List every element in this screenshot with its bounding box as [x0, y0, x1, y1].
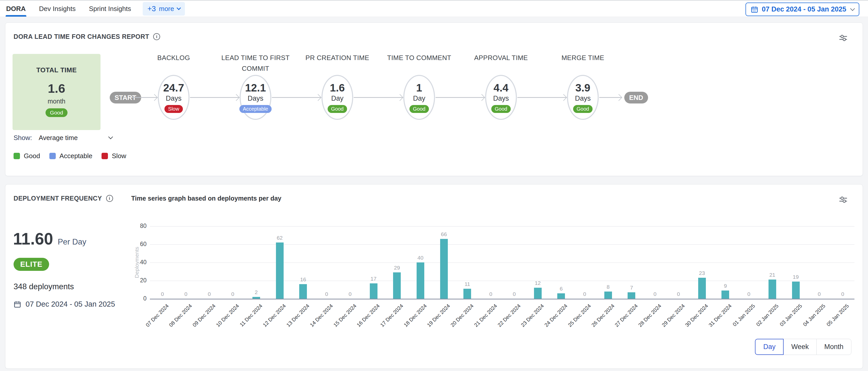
- deployment-bar[interactable]: [299, 284, 307, 299]
- x-tick-label: 09 Dec 2024: [191, 303, 217, 328]
- legend-swatch: [101, 153, 108, 159]
- deployment-bar[interactable]: [721, 291, 729, 299]
- bar-value-label: 40: [409, 255, 432, 261]
- x-axis-line: [150, 299, 855, 299]
- stage-name: APPROVAL TIME: [455, 53, 547, 63]
- chevron-down-icon: [850, 6, 855, 11]
- lead-time-flow: START END BACKLOG24.7DaysSlowLEAD TIME T…: [5, 23, 863, 176]
- x-tick-label: 22 Dec 2024: [496, 303, 522, 328]
- granularity-toggle: DayWeekMonth: [755, 339, 851, 355]
- bar-value-label: 0: [221, 291, 244, 297]
- status-legend: GoodAcceptableSlow: [13, 152, 126, 160]
- legend-item-slow: Slow: [101, 152, 126, 160]
- y-tick-label: 40: [133, 259, 147, 266]
- stage-node: 1.6DayGood: [321, 75, 353, 120]
- deployment-date-range: 07 Dec 2024 - 05 Jan 2025: [13, 300, 115, 308]
- lead-time-card: DORA LEAD TIME FOR CHANGES REPORT TOTAL …: [5, 23, 863, 176]
- bar-value-label: 0: [573, 291, 596, 297]
- deployment-bar[interactable]: [604, 292, 612, 299]
- bar-value-label: 0: [831, 291, 854, 297]
- tab-dora[interactable]: DORA: [6, 1, 26, 16]
- deployment-bar[interactable]: [628, 292, 635, 299]
- deployment-bar[interactable]: [252, 297, 260, 299]
- bar-value-label: 0: [503, 291, 526, 297]
- view-toggle-day[interactable]: Day: [755, 339, 784, 355]
- deployment-bar[interactable]: [416, 262, 424, 299]
- bar-value-label: 29: [385, 265, 408, 271]
- x-tick-label: 08 Dec 2024: [168, 303, 193, 328]
- stage-unit: Day: [413, 95, 425, 102]
- flow-end-pill: END: [624, 92, 648, 103]
- deployment-bar[interactable]: [769, 279, 776, 299]
- stage-unit: Days: [248, 95, 264, 102]
- bar-value-label: 16: [291, 276, 315, 282]
- stage-unit: Day: [331, 95, 343, 102]
- bar-value-label: 0: [175, 291, 197, 297]
- chevron-down-icon[interactable]: [108, 134, 113, 139]
- deployment-bar[interactable]: [393, 272, 401, 299]
- info-icon[interactable]: [106, 195, 113, 202]
- x-tick-label: 11 Dec 2024: [239, 303, 264, 328]
- legend-label: Slow: [112, 152, 126, 160]
- deployment-bar[interactable]: [698, 278, 706, 299]
- flow-arrow: [132, 97, 157, 98]
- bar-value-label: 62: [268, 235, 291, 241]
- more-tabs-chip[interactable]: +3 more: [143, 2, 185, 15]
- date-range-picker[interactable]: 07 Dec 2024 - 05 Jan 2025: [745, 3, 859, 16]
- bar-value-label: 0: [667, 291, 690, 297]
- deployment-bar[interactable]: [276, 242, 284, 299]
- show-value-dropdown[interactable]: Average time: [39, 134, 78, 142]
- bar-value-label: 8: [597, 284, 620, 290]
- deployment-count: 348 deployments: [13, 282, 74, 291]
- bar-value-label: 6: [550, 286, 572, 292]
- x-tick-label: 15 Dec 2024: [332, 303, 358, 328]
- bar-value-label: 0: [198, 291, 221, 297]
- x-tick-label: 20 Dec 2024: [450, 303, 475, 328]
- stage-status-badge: Good: [409, 105, 429, 113]
- bar-value-label: 19: [784, 274, 807, 280]
- stage-node: 12.1DaysAcceptable: [240, 75, 271, 120]
- y-tick-label: 60: [133, 241, 147, 247]
- x-tick-label: 16 Dec 2024: [355, 303, 381, 328]
- x-tick-label: 04 Jan 2025: [802, 303, 827, 328]
- x-tick-label: 27 Dec 2024: [614, 303, 639, 328]
- x-tick-label: 23 Dec 2024: [520, 303, 545, 328]
- deployment-bar[interactable]: [440, 239, 448, 299]
- legend-item-good: Good: [13, 152, 40, 160]
- legend-swatch: [13, 153, 20, 159]
- bar-value-label: 0: [737, 291, 760, 297]
- x-tick-label: 31 Dec 2024: [707, 303, 733, 328]
- more-tabs-label: more: [159, 5, 174, 13]
- flow-arrow: [517, 97, 566, 98]
- y-tick-label: 20: [133, 277, 147, 284]
- x-tick-label: 10 Dec 2024: [215, 303, 240, 328]
- bar-value-label: 66: [432, 231, 456, 237]
- date-range-label: 07 Dec 2024 - 05 Jan 2025: [762, 5, 846, 13]
- tab-sprint-insights[interactable]: Sprint Insights: [89, 1, 131, 16]
- x-tick-label: 28 Dec 2024: [637, 303, 662, 328]
- chart-settings-icon[interactable]: [839, 195, 848, 205]
- gridline: [150, 262, 855, 263]
- deployment-bar[interactable]: [463, 289, 471, 299]
- x-tick-label: 17 Dec 2024: [379, 303, 404, 328]
- stage-name: BACKLOG: [128, 53, 220, 63]
- calendar-icon: [13, 301, 21, 308]
- tab-dev-insights[interactable]: Dev Insights: [39, 1, 76, 16]
- flow-arrow: [190, 97, 239, 98]
- deployment-bar[interactable]: [792, 281, 800, 299]
- bar-value-label: 0: [339, 291, 362, 297]
- flow-arrow: [354, 97, 403, 98]
- x-tick-label: 26 Dec 2024: [590, 303, 616, 328]
- show-label: Show:: [13, 134, 32, 142]
- deployment-bar[interactable]: [557, 293, 565, 299]
- stage-node: 1DayGood: [403, 75, 435, 120]
- legend-swatch: [49, 153, 56, 159]
- stage-status-badge: Acceptable: [239, 105, 272, 113]
- stage-status-badge: Good: [328, 105, 347, 113]
- view-toggle-month[interactable]: Month: [816, 339, 851, 355]
- x-tick-label: 21 Dec 2024: [473, 303, 498, 328]
- deployment-bar[interactable]: [534, 288, 542, 299]
- view-toggle-week[interactable]: Week: [783, 339, 817, 355]
- deployment-bar[interactable]: [370, 283, 377, 299]
- chevron-down-icon: [177, 6, 181, 10]
